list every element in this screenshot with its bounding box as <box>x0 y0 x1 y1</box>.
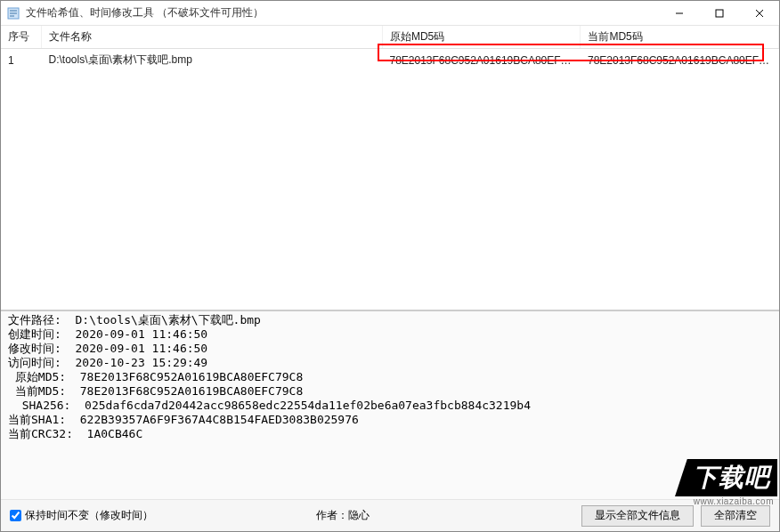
col-header-md5-orig[interactable]: 原始MD5码 <box>382 26 581 49</box>
window-title: 文件哈希值、时间修改工具 （不破坏文件可用性） <box>26 5 659 20</box>
col-header-name[interactable]: 文件名称 <box>42 26 383 49</box>
cell-seq: 1 <box>1 49 42 72</box>
app-icon <box>6 6 20 20</box>
close-button[interactable] <box>739 1 779 25</box>
cell-name: D:\tools\桌面\素材\下载吧.bmp <box>42 49 383 72</box>
table-row[interactable]: 1 D:\tools\桌面\素材\下载吧.bmp 78E2013F68C952A… <box>1 49 779 72</box>
clear-all-button[interactable]: 全部清空 <box>701 505 770 527</box>
keep-time-checkbox-input[interactable] <box>10 510 21 521</box>
maximize-button[interactable] <box>699 1 739 25</box>
bottom-bar: 保持时间不变（修改时间） 作者：隐心 显示全部文件信息 全部清空 <box>1 499 779 531</box>
col-header-md5-cur[interactable]: 当前MD5码 <box>581 26 779 49</box>
main-area: 序号 文件名称 原始MD5码 当前MD5码 1 D:\tools\桌面\素材\下… <box>1 26 779 531</box>
author-label: 作者：隐心 <box>316 508 370 523</box>
keep-time-checkbox[interactable]: 保持时间不变（修改时间） <box>10 508 153 523</box>
file-table-pane[interactable]: 序号 文件名称 原始MD5码 当前MD5码 1 D:\tools\桌面\素材\下… <box>1 26 779 310</box>
info-pane[interactable]: 文件路径: D:\tools\桌面\素材\下载吧.bmp 创建时间: 2020-… <box>1 310 779 499</box>
col-header-seq[interactable]: 序号 <box>1 26 42 49</box>
keep-time-label: 保持时间不变（修改时间） <box>25 508 153 523</box>
info-text: 文件路径: D:\tools\桌面\素材\下载吧.bmp 创建时间: 2020-… <box>1 311 779 443</box>
minimize-button[interactable] <box>659 1 699 25</box>
title-bar: 文件哈希值、时间修改工具 （不破坏文件可用性） <box>1 1 779 26</box>
show-all-info-button[interactable]: 显示全部文件信息 <box>581 505 694 527</box>
cell-md5-orig: 78E2013F68C952A01619BCA80EFC79C8 <box>382 49 581 72</box>
cell-md5-cur: 78E2013F68C952A01619BCA80EFC79C8 <box>581 49 779 72</box>
file-table: 序号 文件名称 原始MD5码 当前MD5码 1 D:\tools\桌面\素材\下… <box>1 26 779 71</box>
table-header-row: 序号 文件名称 原始MD5码 当前MD5码 <box>1 26 779 49</box>
window-controls <box>659 1 779 25</box>
svg-rect-2 <box>716 10 723 17</box>
